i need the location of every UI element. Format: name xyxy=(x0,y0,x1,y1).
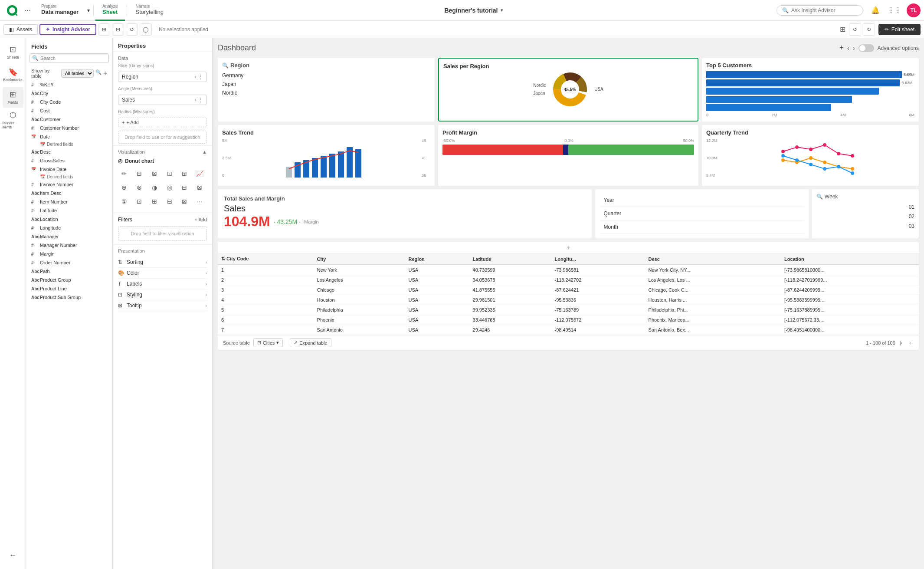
table-row[interactable]: 4 Houston USA 29.981501 -95.53836 Housto… xyxy=(218,295,919,305)
field-item-ordernumber[interactable]: # Order Number xyxy=(26,258,112,267)
viz-box[interactable]: ⊠ xyxy=(178,195,190,207)
sorting-row[interactable]: ⇅ Sorting › xyxy=(118,257,207,268)
table-row[interactable]: 6 Phoenix USA 33.446768 -112.075672 Phoe… xyxy=(218,315,919,325)
week-item-03[interactable]: 03 xyxy=(816,221,914,231)
user-avatar[interactable]: TL xyxy=(907,3,921,17)
col-header-location[interactable]: Location xyxy=(781,253,919,265)
field-item-location[interactable]: Abc Location xyxy=(26,215,112,224)
add-field-icon[interactable]: + xyxy=(103,69,107,77)
field-item-customer[interactable]: Abc Customer xyxy=(26,115,112,124)
sidebar-item-sheets[interactable]: ⊡ Sheets xyxy=(3,42,23,62)
viz-line[interactable]: ⊞ xyxy=(178,168,190,180)
nav-prepare[interactable]: Prepare Data manager xyxy=(34,0,85,21)
nav-left-button[interactable]: ‹ xyxy=(847,45,849,52)
assets-button[interactable]: ◧ Assets xyxy=(3,24,38,35)
insight-search-input[interactable] xyxy=(791,7,858,13)
field-item-desc[interactable]: Abc Desc xyxy=(26,148,112,156)
viz-stacked-bar[interactable]: ⊟ xyxy=(133,168,145,180)
expand-table-button[interactable]: ↗ Expand table xyxy=(290,338,331,347)
labels-row[interactable]: T Labels › xyxy=(118,279,207,289)
field-item-itemdesc[interactable]: Abc Item Desc xyxy=(26,189,112,197)
add-measure-button[interactable]: + + Add xyxy=(118,118,207,127)
table-row[interactable]: 3 Chicago USA 41.875555 -87.624421 Chica… xyxy=(218,285,919,295)
angle-sales-row[interactable]: Sales › ⋮ xyxy=(118,95,207,105)
col-header-latitude[interactable]: Latitude xyxy=(469,253,551,265)
table-row[interactable]: 7 San Antonio USA 29.4246 -98.49514 San … xyxy=(218,325,919,335)
undo-button[interactable]: ↺ xyxy=(126,23,138,36)
layout-toggle-2[interactable]: ⊟ xyxy=(112,23,124,36)
col-header-desc[interactable]: Desc xyxy=(645,253,781,265)
viz-kpi[interactable]: ① xyxy=(118,195,130,207)
nav-narrate[interactable]: Narrate Storytelling xyxy=(129,0,170,21)
tooltip-row[interactable]: ⊠ Tooltip › xyxy=(118,300,207,311)
region-item-japan[interactable]: Japan xyxy=(222,80,430,89)
viz-map[interactable]: ⊗ xyxy=(133,181,145,194)
undo-btn[interactable]: ↺ xyxy=(849,23,861,36)
viz-pie[interactable]: ◑ xyxy=(148,181,161,194)
field-item-longitude[interactable]: # Longitude xyxy=(26,224,112,232)
filters-add-button[interactable]: + Add xyxy=(195,217,207,222)
viz-bar-chart[interactable]: ✏ xyxy=(118,168,130,180)
viz-waterfall[interactable]: ⊡ xyxy=(164,168,176,180)
grid-view-icon[interactable]: ⊞ xyxy=(840,25,845,33)
field-item-managernumber[interactable]: # Manager Number xyxy=(26,241,112,250)
region-item-nordic[interactable]: Nordic xyxy=(222,89,430,97)
app-title[interactable]: Beginner's tutorial ▾ xyxy=(444,7,502,14)
field-item-path[interactable]: Abc Path xyxy=(26,267,112,276)
col-header-longitude[interactable]: Longitu... xyxy=(551,253,645,265)
nav-prepare-chevron[interactable]: ▾ xyxy=(85,7,92,13)
viz-table[interactable]: ⊟ xyxy=(178,181,190,194)
field-item-grosssales[interactable]: # GrossSales xyxy=(26,156,112,165)
styling-row[interactable]: ⊡ Styling › xyxy=(118,289,207,300)
field-item-margin[interactable]: # Margin xyxy=(26,250,112,258)
viz-collapse-icon[interactable]: ▲ xyxy=(202,149,207,155)
viz-gauge[interactable]: ⊞ xyxy=(148,195,161,207)
color-row[interactable]: 🎨 Color › xyxy=(118,268,207,279)
search-fields-icon[interactable]: 🔍 xyxy=(95,69,102,77)
table-select[interactable]: All tables xyxy=(61,69,94,78)
layout-toggle-1[interactable]: ⊞ xyxy=(98,23,110,36)
edit-sheet-button[interactable]: ✏ Edit sheet xyxy=(878,24,921,35)
table-row[interactable]: 5 Philadelphia USA 39.952335 -75.163789 … xyxy=(218,305,919,315)
redo-btn[interactable]: ↻ xyxy=(863,23,875,36)
field-item-manager[interactable]: Abc Manager xyxy=(26,232,112,241)
table-add-row[interactable]: + xyxy=(218,242,919,253)
add-chart-button[interactable]: + xyxy=(839,43,844,53)
month-filter[interactable]: Month xyxy=(600,220,804,234)
page-prev-button[interactable]: ‹ xyxy=(907,339,914,346)
week-item-02[interactable]: 02 xyxy=(816,212,914,221)
derived-fields-date[interactable]: 📅 Derived fields xyxy=(26,141,112,148)
nav-right-button[interactable]: › xyxy=(853,45,855,52)
nav-analyze[interactable]: Analyze Sheet xyxy=(95,0,125,21)
col-header-city[interactable]: City xyxy=(314,253,405,265)
fields-search-input[interactable] xyxy=(29,53,109,63)
viz-grouped-bar[interactable]: ⊠ xyxy=(148,168,161,180)
field-item-citycode[interactable]: # City Code xyxy=(26,98,112,106)
field-item-pkey[interactable]: # %KEY xyxy=(26,80,112,89)
notifications-button[interactable]: 🔔 xyxy=(868,3,882,17)
sidebar-item-bookmarks[interactable]: 🔖 Bookmarks xyxy=(3,64,23,85)
sidebar-item-fields[interactable]: ⊞ Fields xyxy=(3,87,23,108)
week-item-01[interactable]: 01 xyxy=(816,202,914,212)
source-table-select[interactable]: ⊡ Cities ▾ xyxy=(253,338,283,347)
selections-back[interactable]: ◯ xyxy=(140,23,152,36)
viz-scatter[interactable]: ⊕ xyxy=(118,181,130,194)
nav-more-button[interactable]: ··· xyxy=(21,6,34,15)
viz-donut[interactable]: ◎ xyxy=(164,181,176,194)
col-header-citycode[interactable]: ⇅ City Code xyxy=(218,253,314,265)
viz-pivot[interactable]: ⊠ xyxy=(193,181,206,194)
field-item-invoicedate[interactable]: 📅 Invoice Date xyxy=(26,165,112,174)
advanced-options-toggle[interactable] xyxy=(858,44,874,52)
sidebar-collapse[interactable]: ← xyxy=(3,545,23,566)
year-filter[interactable]: Year xyxy=(600,194,804,207)
table-row[interactable]: 2 Los Angeles USA 34.053678 -118.242702 … xyxy=(218,275,919,285)
sidebar-item-master[interactable]: ⬡ Master items xyxy=(3,109,23,130)
field-item-productgroup[interactable]: Abc Product Group xyxy=(26,276,112,284)
field-item-invoicenumber[interactable]: # Invoice Number xyxy=(26,180,112,189)
viz-combo[interactable]: 📈 xyxy=(193,168,206,180)
viz-treemap[interactable]: ⊡ xyxy=(133,195,145,207)
table-scroll-container[interactable]: ⇅ City Code City Region Latitude Longitu… xyxy=(218,253,919,335)
field-item-date[interactable]: 📅 Date xyxy=(26,132,112,141)
quarter-filter[interactable]: Quarter xyxy=(600,207,804,220)
field-item-productsubgroup[interactable]: Abc Product Sub Group xyxy=(26,293,112,302)
